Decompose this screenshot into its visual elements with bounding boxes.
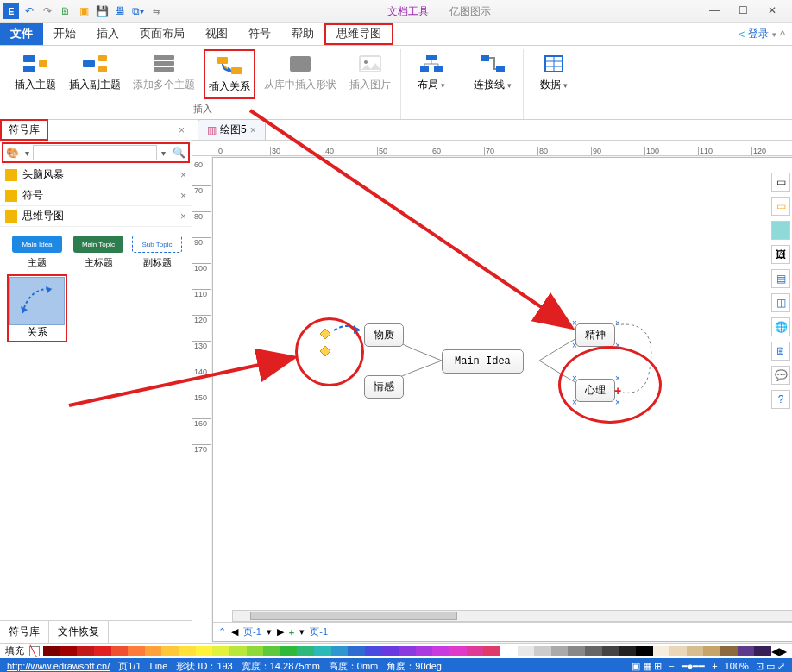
sel-handle[interactable]: × bbox=[615, 318, 620, 328]
redo-icon[interactable]: ↷ bbox=[40, 3, 55, 19]
swatch-scroll-right-icon[interactable]: ▶ bbox=[779, 645, 787, 657]
scrollbar-horizontal[interactable] bbox=[232, 610, 792, 622]
tool-highlight-icon[interactable]: ▭ bbox=[771, 197, 790, 216]
open-icon[interactable]: ▣ bbox=[76, 3, 91, 19]
swatch[interactable] bbox=[399, 646, 416, 656]
swatch[interactable] bbox=[619, 646, 636, 656]
login-link[interactable]: 登录 bbox=[748, 27, 769, 41]
shape-sub-topic[interactable]: Sub Topic副标题 bbox=[129, 236, 185, 269]
insert-subtopic-button[interactable]: 插入副主题 bbox=[66, 49, 124, 99]
tab-symbols[interactable]: 符号 bbox=[238, 23, 281, 45]
export-icon[interactable]: ⧉▾ bbox=[130, 3, 146, 19]
swatch[interactable] bbox=[483, 646, 500, 656]
tab-mindmap[interactable]: 思维导图 bbox=[324, 23, 393, 45]
tool-pointer-icon[interactable]: ▭ bbox=[771, 173, 790, 192]
connector-button[interactable]: 连接线 ▾ bbox=[468, 49, 518, 96]
swatch[interactable] bbox=[314, 646, 331, 656]
panel-close-icon[interactable]: × bbox=[172, 124, 192, 136]
palette-icon[interactable]: 🎨 bbox=[3, 147, 21, 159]
tool-note-icon[interactable]: 🗎 bbox=[771, 342, 790, 361]
swatch[interactable] bbox=[60, 646, 78, 656]
swatch-strip[interactable] bbox=[43, 646, 771, 656]
tool-globe-icon[interactable]: 🌐 bbox=[771, 317, 790, 336]
swatch[interactable] bbox=[365, 646, 382, 656]
swatch[interactable] bbox=[179, 646, 196, 656]
sel-handle[interactable]: × bbox=[572, 341, 577, 350]
swatch-scroll-left-icon[interactable]: ◀ bbox=[771, 645, 779, 657]
swatch[interactable] bbox=[449, 646, 467, 656]
page-next-icon[interactable]: ▶ bbox=[277, 626, 284, 637]
tool-comment-icon[interactable]: 💬 bbox=[771, 366, 790, 385]
print-icon[interactable]: 🖶 bbox=[112, 3, 128, 19]
tab-file[interactable]: 文件 bbox=[0, 23, 43, 45]
category-brainstorm[interactable]: 头脑风暴× bbox=[0, 165, 192, 185]
swatch[interactable] bbox=[196, 646, 213, 656]
qat-more-icon[interactable]: ⇆ bbox=[148, 3, 164, 19]
close-icon[interactable]: ✕ bbox=[768, 4, 782, 18]
status-url[interactable]: http://www.edrawsoft.cn/ bbox=[7, 661, 110, 671]
category-close-icon[interactable]: × bbox=[180, 169, 186, 181]
swatch[interactable] bbox=[111, 646, 129, 656]
page-collapse-icon[interactable]: ⌃ bbox=[218, 626, 226, 637]
swatch[interactable] bbox=[754, 646, 771, 656]
category-close-icon[interactable]: × bbox=[180, 210, 186, 223]
app-icon[interactable]: E bbox=[3, 3, 19, 19]
node-emotion[interactable]: 情感 bbox=[364, 375, 404, 399]
minimize-icon[interactable]: — bbox=[709, 4, 723, 18]
swatch[interactable] bbox=[568, 646, 585, 656]
swatch[interactable] bbox=[703, 646, 720, 656]
swatch[interactable] bbox=[534, 646, 551, 656]
swatch[interactable] bbox=[382, 646, 399, 656]
shape-main-topic[interactable]: Main Topic主标题 bbox=[71, 236, 126, 269]
data-button[interactable]: 数据 ▾ bbox=[529, 49, 579, 96]
swatch[interactable] bbox=[280, 646, 298, 656]
add-multi-topic-button[interactable]: 添加多个主题 bbox=[129, 49, 198, 99]
login-dropdown-icon[interactable]: ▾ bbox=[772, 30, 776, 39]
swatch[interactable] bbox=[669, 646, 687, 656]
swatch[interactable] bbox=[94, 646, 111, 656]
tab-view[interactable]: 视图 bbox=[195, 23, 238, 45]
swatch[interactable] bbox=[212, 646, 229, 656]
node-main-idea[interactable]: Main Idea bbox=[442, 349, 524, 374]
zoom-out-icon[interactable]: − bbox=[669, 661, 674, 671]
shape-main-idea[interactable]: Main Idea主题 bbox=[7, 236, 67, 269]
swatch[interactable] bbox=[636, 646, 653, 656]
insert-from-library-button[interactable]: 从库中插入形状 bbox=[261, 49, 340, 99]
doc-tab[interactable]: ▥ 绘图5 × bbox=[198, 119, 266, 140]
search-dropdown-icon[interactable]: ▾ bbox=[157, 148, 169, 158]
new-icon[interactable]: 🗎 bbox=[58, 3, 73, 19]
page-left-label[interactable]: 页-1 bbox=[243, 625, 261, 638]
swatch[interactable] bbox=[653, 646, 670, 656]
tool-fill-icon[interactable] bbox=[771, 221, 790, 240]
insert-image-button[interactable]: 插入图片 bbox=[345, 49, 395, 99]
tool-shapes-icon[interactable]: ◫ bbox=[771, 293, 790, 312]
insert-relation-button[interactable]: 插入关系 bbox=[204, 49, 255, 99]
swatch[interactable] bbox=[297, 646, 314, 656]
swatch[interactable] bbox=[551, 646, 569, 656]
collapse-ribbon-icon[interactable]: ^ bbox=[780, 28, 785, 41]
page-dropdown-icon[interactable]: ▾ bbox=[267, 626, 272, 637]
tool-layers-icon[interactable]: ▤ bbox=[771, 269, 790, 288]
category-symbols[interactable]: 符号× bbox=[0, 185, 192, 206]
swatch[interactable] bbox=[687, 646, 704, 656]
swatch[interactable] bbox=[432, 646, 449, 656]
swatch[interactable] bbox=[145, 646, 162, 656]
side-tab-recovery[interactable]: 文件恢复 bbox=[49, 621, 109, 643]
swatch[interactable] bbox=[602, 646, 619, 656]
no-fill-icon[interactable]: ╲ bbox=[29, 646, 40, 656]
swatch[interactable] bbox=[500, 646, 518, 656]
swatch[interactable] bbox=[738, 646, 755, 656]
tool-help-icon[interactable]: ? bbox=[771, 390, 790, 409]
canvas[interactable]: Main Idea 物质 情感 精神 心理 × × × × × × × × + bbox=[213, 158, 792, 641]
swatch[interactable] bbox=[263, 646, 280, 656]
swatch[interactable] bbox=[247, 646, 264, 656]
page-right-label[interactable]: 页-1 bbox=[310, 625, 328, 638]
page-menu-icon[interactable]: ▾ bbox=[299, 626, 305, 637]
undo-icon[interactable]: ↶ bbox=[22, 3, 37, 19]
sel-handle[interactable]: × bbox=[572, 318, 577, 328]
node-spirit[interactable]: 精神 bbox=[575, 323, 615, 347]
category-mindmap[interactable]: 思维导图× bbox=[0, 206, 192, 227]
layout-button[interactable]: 布局 ▾ bbox=[406, 49, 456, 96]
doc-tab-close-icon[interactable]: × bbox=[250, 124, 256, 136]
palette-dropdown-icon[interactable]: ▾ bbox=[21, 148, 33, 158]
